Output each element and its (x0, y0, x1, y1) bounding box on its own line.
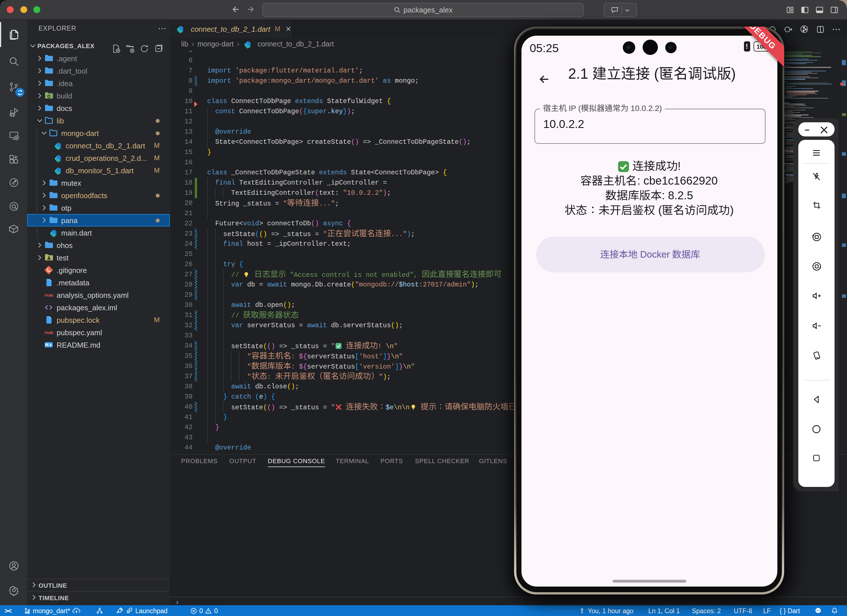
svg-text:YAML: YAML (44, 331, 53, 335)
svg-text:YAML: YAML (44, 293, 53, 297)
